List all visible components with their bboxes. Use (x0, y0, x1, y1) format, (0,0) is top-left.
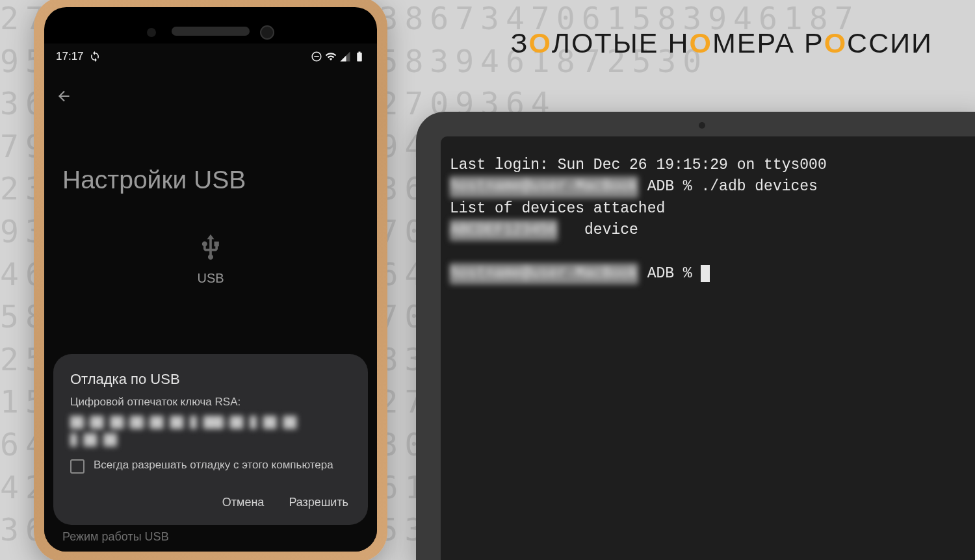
usb-section: USB (44, 207, 377, 286)
phone-camera (260, 25, 274, 40)
rsa-fingerprint: ██:██ ██:██:██ ██ █ ███:██ █ ██ ██ █ ██ … (70, 414, 351, 449)
laptop-mockup: Last login: Sun Dec 26 19:15:29 on ttys0… (416, 112, 975, 560)
phone-screen: 17:17 Настройки USB USB (44, 44, 377, 552)
dialog-title: Отладка по USB (70, 371, 351, 388)
usb-label: USB (44, 271, 377, 286)
phone-speaker (172, 27, 250, 36)
terminal-line: Last login: Sun Dec 26 19:15:29 on ttys0… (450, 157, 827, 173)
always-allow-checkbox[interactable] (70, 459, 84, 474)
terminal-redacted: ABCDEF123456 (450, 220, 558, 241)
allow-button[interactable]: Разрешить (286, 489, 351, 516)
cancel-button[interactable]: Отмена (220, 489, 267, 516)
checkbox-label: Всегда разрешать отладку с этого компьют… (94, 458, 333, 472)
do-not-disturb-icon (311, 51, 322, 62)
phone-mockup: 17:17 Настройки USB USB (34, 0, 387, 560)
status-bar: 17:17 (44, 44, 377, 70)
laptop-camera (699, 122, 705, 129)
terminal-cursor (701, 265, 710, 282)
dialog-subtitle: Цифровой отпечаток ключа RSA: (70, 396, 351, 409)
terminal-prompt: ADB % ./adb devices (638, 178, 818, 195)
terminal-line: device (558, 222, 638, 238)
usb-mode-label: Режим работы USB (62, 530, 169, 544)
terminal-line: List of devices attached (450, 200, 665, 217)
brand-logo: ЗОЛОТЫЕ НОМЕРА РОССИИ (510, 27, 933, 59)
battery-icon (354, 51, 365, 62)
sync-icon (89, 51, 101, 62)
page-title: Настройки USB (44, 114, 377, 207)
terminal-redacted: hostname@user-MacBook (450, 263, 638, 285)
terminal-window[interactable]: Last login: Sun Dec 26 19:15:29 on ttys0… (441, 136, 975, 560)
signal-icon (339, 51, 351, 62)
always-allow-checkbox-row[interactable]: Всегда разрешать отладку с этого компьют… (70, 458, 351, 474)
usb-debugging-dialog: Отладка по USB Цифровой отпечаток ключа … (53, 354, 368, 525)
usb-icon (196, 233, 225, 262)
status-time: 17:17 (56, 50, 84, 63)
terminal-prompt: ADB % (638, 265, 701, 282)
back-button[interactable] (44, 70, 377, 114)
terminal-redacted: hostname@user-MacBook (450, 176, 638, 197)
wifi-icon (325, 51, 337, 62)
phone-sensor (147, 28, 156, 37)
